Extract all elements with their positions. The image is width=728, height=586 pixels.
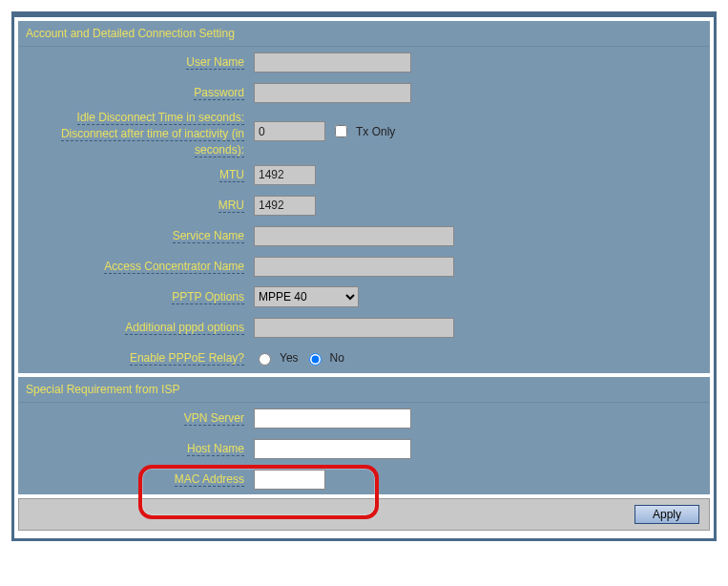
- pppd-label: Additional pppd options: [125, 321, 244, 335]
- relay-no-radio[interactable]: [309, 353, 322, 366]
- account-section: Account and Detailed Connection Setting …: [18, 21, 710, 373]
- pptp-select[interactable]: MPPE 40: [254, 286, 359, 307]
- ac-name-label: Access Concentrator Name: [104, 260, 244, 274]
- mac-address-input[interactable]: [254, 470, 325, 490]
- pppd-input[interactable]: [254, 318, 454, 338]
- idle-label-2: Disconnect after time of inactivity (in …: [61, 127, 244, 157]
- mru-input[interactable]: [254, 196, 316, 216]
- idle-label-1: Idle Disconnect Time in seconds:: [77, 111, 244, 125]
- tx-only-label: Tx Only: [356, 125, 395, 138]
- relay-yes-radio[interactable]: [259, 353, 271, 366]
- service-name-label: Service Name: [173, 229, 244, 243]
- mtu-label: MTU: [219, 168, 244, 182]
- password-label: Password: [194, 86, 244, 100]
- relay-no-label: No: [330, 351, 344, 365]
- idle-input[interactable]: [254, 121, 325, 141]
- mtu-input[interactable]: [254, 165, 316, 185]
- password-input[interactable]: [254, 83, 411, 103]
- service-name-input[interactable]: [254, 226, 454, 246]
- account-header: Account and Detailed Connection Setting: [18, 21, 710, 47]
- isp-header: Special Requirement from ISP: [18, 377, 710, 403]
- vpn-server-input[interactable]: [254, 408, 411, 429]
- mac-address-label: MAC Address: [175, 472, 244, 487]
- tx-only-checkbox[interactable]: [335, 125, 347, 137]
- mru-label: MRU: [218, 199, 244, 213]
- host-name-input[interactable]: [254, 439, 411, 459]
- user-name-input[interactable]: [254, 52, 411, 73]
- button-bar: Apply: [18, 498, 710, 531]
- host-name-label: Host Name: [187, 442, 244, 456]
- ac-name-input[interactable]: [254, 257, 454, 277]
- relay-yes-label: Yes: [280, 351, 299, 365]
- apply-button[interactable]: Apply: [634, 505, 699, 524]
- user-name-label: User Name: [186, 55, 244, 70]
- relay-label: Enable PPPoE Relay?: [130, 351, 244, 366]
- isp-section: Special Requirement from ISP VPN Server …: [18, 377, 710, 494]
- vpn-server-label: VPN Server: [184, 411, 244, 426]
- pptp-label: PPTP Options: [172, 290, 244, 304]
